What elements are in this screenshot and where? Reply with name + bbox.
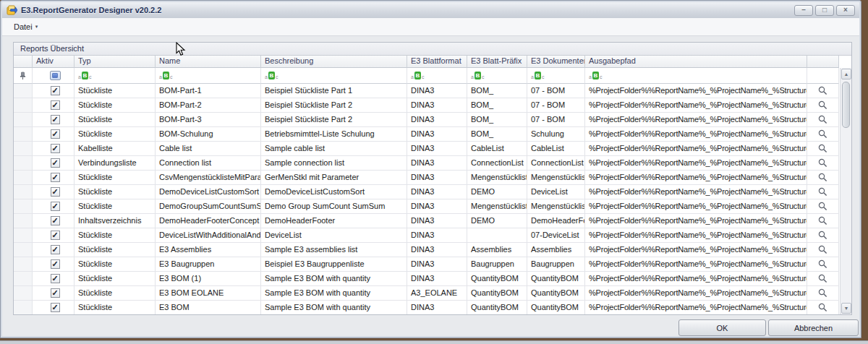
table-row[interactable]: ✓KabellisteCable listSample cable listDI… bbox=[14, 142, 840, 156]
table-row[interactable]: ✓StücklisteDemoGroupSumCountSumSumDemo G… bbox=[14, 199, 840, 214]
cell-ausgabepfad[interactable]: %ProjectFolder%%ReportName%_%ProjectName… bbox=[585, 301, 807, 314]
filter-checkbox-indeterminate[interactable] bbox=[50, 71, 61, 80]
cell-ausgabepfad[interactable]: %ProjectFolder%%ReportName%_%ProjectName… bbox=[585, 98, 807, 113]
cell-beschreibung[interactable]: Sample E3 assemblies list bbox=[261, 243, 407, 257]
cell-ausgabepfad[interactable]: %ProjectFolder%%ReportName%_%ProjectName… bbox=[585, 243, 807, 257]
cell-praefix[interactable]: Assemblies bbox=[467, 243, 527, 257]
cell-name[interactable]: BOM-Part-2 bbox=[156, 98, 261, 113]
column-header-aktiv[interactable]: Aktiv bbox=[33, 56, 75, 68]
vertical-scrollbar[interactable]: ▲ ▼ bbox=[840, 68, 851, 314]
cell-dokumententyp[interactable]: CableList bbox=[527, 142, 585, 156]
table-row[interactable]: ✓StücklisteDeviceListWithAdditionalAndFi… bbox=[14, 228, 840, 243]
cell-dokumententyp[interactable]: Schulung bbox=[527, 127, 585, 142]
cell-ausgabepfad[interactable]: %ProjectFolder%%ReportName%_%ProjectName… bbox=[585, 171, 807, 185]
filter-input-praefix[interactable]: aBc bbox=[467, 68, 527, 84]
cell-aktiv[interactable]: ✓ bbox=[33, 243, 75, 257]
cell-beschreibung[interactable]: DemoDeviceListCustomSort bbox=[261, 185, 407, 199]
cell-ausgabepfad[interactable]: %ProjectFolder%%ReportName%_%ProjectName… bbox=[585, 142, 807, 156]
table-row[interactable]: ✓StücklisteE3 BaugruppenBeispiel E3 Baug… bbox=[14, 257, 840, 272]
cell-praefix[interactable]: QuantityBOM bbox=[467, 272, 527, 286]
row-lookup-button[interactable] bbox=[807, 214, 839, 228]
cell-dokumententyp[interactable]: 07 - BOM bbox=[527, 98, 585, 113]
cell-blattformat[interactable]: DINA3 bbox=[407, 214, 467, 228]
cell-typ[interactable]: Stückliste bbox=[75, 127, 156, 142]
cell-name[interactable]: DeviceListWithAdditionalAndFitt... bbox=[156, 228, 261, 243]
cell-typ[interactable]: Stückliste bbox=[75, 228, 156, 243]
checkbox-checked[interactable]: ✓ bbox=[51, 173, 60, 182]
cell-ausgabepfad[interactable]: %ProjectFolder%%ReportName%_%ProjectName… bbox=[585, 127, 807, 142]
cell-praefix[interactable]: CableList bbox=[467, 142, 527, 156]
cell-dokumententyp[interactable]: 07-DeviceList bbox=[527, 228, 585, 243]
cell-praefix[interactable]: DEMO bbox=[467, 185, 527, 199]
cell-praefix[interactable]: BOM_ bbox=[467, 98, 527, 113]
row-lookup-button[interactable] bbox=[807, 199, 839, 214]
maximize-button[interactable]: □ bbox=[815, 5, 834, 16]
cell-blattformat[interactable]: DINA3 bbox=[407, 257, 467, 272]
filter-pin-cell[interactable] bbox=[14, 68, 33, 84]
cell-aktiv[interactable]: ✓ bbox=[33, 228, 75, 243]
cell-beschreibung[interactable]: DemoHeaderFooter bbox=[261, 214, 407, 228]
row-lookup-button[interactable] bbox=[807, 257, 839, 272]
table-row[interactable]: ✓StücklisteBOM-SchulungBetriebsmimttel-L… bbox=[14, 127, 840, 142]
cell-typ[interactable]: Stückliste bbox=[75, 199, 156, 214]
cell-ausgabepfad[interactable]: %ProjectFolder%%ReportName%_%ProjectName… bbox=[585, 228, 807, 243]
checkbox-checked[interactable]: ✓ bbox=[51, 129, 60, 139]
filter-input-blattformat[interactable]: aBc bbox=[407, 68, 467, 84]
cell-blattformat[interactable]: DINA3 bbox=[407, 272, 467, 286]
cell-ausgabepfad[interactable]: %ProjectFolder%%ReportName%_%ProjectName… bbox=[585, 185, 807, 199]
cell-blattformat[interactable]: DINA3 bbox=[407, 84, 467, 98]
row-lookup-button[interactable] bbox=[807, 185, 839, 199]
filter-aktiv-cell[interactable] bbox=[33, 68, 75, 84]
row-lookup-button[interactable] bbox=[807, 156, 839, 171]
checkbox-checked[interactable]: ✓ bbox=[51, 216, 60, 225]
cell-aktiv[interactable]: ✓ bbox=[33, 84, 75, 98]
cell-praefix[interactable]: BOM_ bbox=[467, 84, 527, 98]
scroll-down-arrow[interactable]: ▼ bbox=[841, 303, 851, 314]
cell-aktiv[interactable]: ✓ bbox=[33, 156, 75, 171]
cell-beschreibung[interactable]: Demo Group SumCount SumSum bbox=[261, 199, 407, 214]
cell-dokumententyp[interactable]: QuantityBOM bbox=[527, 286, 585, 301]
row-lookup-button[interactable] bbox=[807, 286, 839, 301]
cell-aktiv[interactable]: ✓ bbox=[33, 301, 75, 314]
cell-beschreibung[interactable]: Beispiel Stückliste Part 2 bbox=[261, 113, 407, 127]
checkbox-checked[interactable]: ✓ bbox=[51, 115, 60, 124]
cell-ausgabepfad[interactable]: %ProjectFolder%%ReportName%_%ProjectName… bbox=[585, 156, 807, 171]
cell-beschreibung[interactable]: Sample connection list bbox=[261, 156, 407, 171]
column-header-beschreibung[interactable]: Beschreibung bbox=[261, 56, 407, 68]
cell-beschreibung[interactable]: Beispiel E3 Baugruppenliste bbox=[261, 257, 407, 272]
cell-praefix[interactable]: DEMO bbox=[467, 214, 527, 228]
table-row[interactable]: ✓StücklisteE3 BOM EOLANESample E3 BOM wi… bbox=[14, 286, 840, 301]
cell-name[interactable]: Connection list bbox=[156, 156, 261, 171]
cell-typ[interactable]: Stückliste bbox=[75, 84, 156, 98]
checkbox-checked[interactable]: ✓ bbox=[51, 86, 60, 95]
row-lookup-button[interactable] bbox=[807, 243, 839, 257]
cell-name[interactable]: BOM-Part-1 bbox=[156, 84, 261, 98]
cell-beschreibung[interactable]: Sample E3 BOM with quantity bbox=[261, 272, 407, 286]
table-row[interactable]: ✓StücklisteBOM-Part-3Beispiel Stückliste… bbox=[14, 113, 840, 127]
table-row[interactable]: ✓StücklisteE3 BOMSample E3 BOM with quan… bbox=[14, 301, 840, 314]
checkbox-checked[interactable]: ✓ bbox=[51, 288, 60, 298]
cell-dokumententyp[interactable]: DemoHeaderFoo... bbox=[527, 214, 585, 228]
cell-aktiv[interactable]: ✓ bbox=[33, 272, 75, 286]
cell-beschreibung[interactable]: Sample E3 BOM with quantity bbox=[261, 286, 407, 301]
column-header-typ[interactable]: Typ bbox=[75, 56, 156, 68]
cell-praefix[interactable]: Mengenstückliste bbox=[467, 171, 527, 185]
row-lookup-button[interactable] bbox=[807, 301, 839, 314]
cell-ausgabepfad[interactable]: %ProjectFolder%%ReportName%_%ProjectName… bbox=[585, 84, 807, 98]
cell-ausgabepfad[interactable]: %ProjectFolder%%ReportName%_%ProjectName… bbox=[585, 272, 807, 286]
row-lookup-button[interactable] bbox=[807, 228, 839, 243]
ok-button[interactable]: OK bbox=[678, 319, 766, 336]
cell-ausgabepfad[interactable]: %ProjectFolder%%ReportName%_%ProjectName… bbox=[585, 286, 807, 301]
cell-blattformat[interactable]: DINA3 bbox=[407, 199, 467, 214]
column-header-ausgabepfad[interactable]: Ausgabepfad bbox=[585, 56, 807, 68]
cell-aktiv[interactable]: ✓ bbox=[33, 214, 75, 228]
cell-aktiv[interactable]: ✓ bbox=[33, 98, 75, 113]
cell-typ[interactable]: Stückliste bbox=[75, 257, 156, 272]
cell-blattformat[interactable]: DINA3 bbox=[407, 156, 467, 171]
cell-typ[interactable]: Stückliste bbox=[75, 185, 156, 199]
checkbox-checked[interactable]: ✓ bbox=[51, 231, 60, 240]
cell-praefix[interactable] bbox=[467, 228, 527, 243]
cell-blattformat[interactable]: DINA3 bbox=[407, 171, 467, 185]
row-lookup-button[interactable] bbox=[807, 84, 839, 98]
cell-beschreibung[interactable]: Beispiel Stückliste Part 2 bbox=[261, 98, 407, 113]
